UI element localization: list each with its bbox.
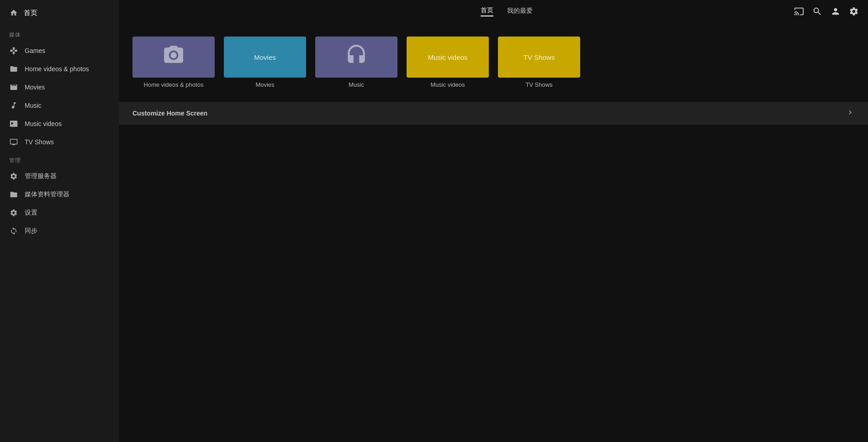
sidebar-item-sync[interactable]: 同步: [0, 222, 119, 240]
card-movies-wrapper: Movies Movies: [224, 37, 306, 88]
home-icon: [9, 8, 18, 17]
search-icon[interactable]: [812, 6, 822, 16]
card-music-label: Music: [349, 81, 364, 88]
sidebar-home-item[interactable]: 首页: [0, 0, 119, 26]
card-music[interactable]: [315, 37, 397, 78]
topbar-icons: [794, 6, 859, 16]
card-home-videos[interactable]: [132, 37, 215, 78]
sidebar-item-sync-label: 同步: [25, 227, 37, 235]
card-music-videos-text: Music videos: [428, 53, 468, 61]
card-tv-shows-wrapper: TV Shows TV Shows: [498, 37, 580, 88]
gamepad-icon: [9, 46, 18, 55]
card-tv-shows[interactable]: TV Shows: [498, 37, 580, 78]
card-music-wrapper: Music: [315, 37, 397, 88]
sidebar-item-home-videos[interactable]: Home videos & photos: [0, 60, 119, 78]
sidebar-item-movies[interactable]: Movies: [0, 78, 119, 96]
folder-icon: [9, 64, 18, 74]
customize-label: Customize Home Screen: [132, 110, 207, 117]
sync-icon: [9, 226, 18, 236]
sidebar-item-settings-label: 设置: [25, 209, 37, 217]
sidebar-item-media-manager[interactable]: 媒体资料管理器: [0, 185, 119, 204]
topbar-nav: 首页 我的最爱: [481, 6, 533, 16]
settings-icon: [9, 208, 18, 217]
media-folder-icon: [9, 190, 18, 199]
nav-item-home[interactable]: 首页: [481, 6, 493, 16]
sidebar-item-media-manager-label: 媒体资料管理器: [25, 190, 69, 199]
sidebar-item-music-videos[interactable]: Music videos: [0, 115, 119, 133]
card-music-videos-label: Music videos: [430, 81, 465, 88]
sidebar: 首页 媒体 Games Home videos & photos Movies …: [0, 0, 119, 442]
server-settings-icon: [9, 172, 18, 181]
customize-chevron-icon: [846, 108, 854, 118]
card-tv-shows-text: TV Shows: [524, 53, 555, 61]
main-content: 首页 我的最爱 Home video: [119, 0, 868, 442]
sidebar-item-games[interactable]: Games: [0, 42, 119, 60]
customize-bar[interactable]: Customize Home Screen: [119, 102, 868, 125]
cast-icon[interactable]: [794, 6, 804, 16]
card-music-videos-wrapper: Music videos Music videos: [407, 37, 489, 88]
sidebar-item-music-videos-label: Music videos: [25, 120, 62, 127]
sidebar-item-movies-label: Movies: [25, 84, 45, 91]
music-video-icon: [9, 119, 18, 128]
sidebar-item-settings[interactable]: 设置: [0, 204, 119, 222]
admin-section-label: 管理: [0, 151, 119, 167]
home-label: 首页: [24, 9, 37, 17]
sidebar-item-music[interactable]: Music: [0, 96, 119, 115]
headphones-icon: [345, 44, 368, 71]
card-movies[interactable]: Movies: [224, 37, 306, 78]
card-movies-label: Movies: [255, 81, 274, 88]
card-movies-text: Movies: [254, 53, 276, 61]
music-icon: [9, 101, 18, 110]
media-section-label: 媒体: [0, 26, 119, 42]
sidebar-item-games-label: Games: [25, 47, 45, 54]
sidebar-item-tv-shows-label: TV Shows: [25, 138, 54, 146]
nav-item-favorites[interactable]: 我的最爱: [507, 7, 533, 16]
sidebar-item-home-videos-label: Home videos & photos: [25, 65, 89, 73]
sidebar-item-server-admin-label: 管理服务器: [25, 172, 57, 180]
tv-icon: [9, 137, 18, 147]
sidebar-item-server-admin[interactable]: 管理服务器: [0, 167, 119, 185]
card-music-videos[interactable]: Music videos: [407, 37, 489, 78]
topbar: 首页 我的最爱: [119, 0, 868, 23]
movies-icon: [9, 83, 18, 92]
media-cards-area: Home videos & photos Movies Movies Music…: [119, 23, 868, 97]
user-icon[interactable]: [831, 6, 841, 16]
sidebar-item-tv-shows[interactable]: TV Shows: [0, 133, 119, 151]
sidebar-item-music-label: Music: [25, 102, 42, 109]
camera-icon: [162, 44, 185, 71]
card-tv-shows-label: TV Shows: [525, 81, 552, 88]
card-home-videos-wrapper: Home videos & photos: [132, 37, 215, 88]
card-home-videos-label: Home videos & photos: [144, 81, 204, 88]
settings-icon[interactable]: [849, 6, 859, 16]
